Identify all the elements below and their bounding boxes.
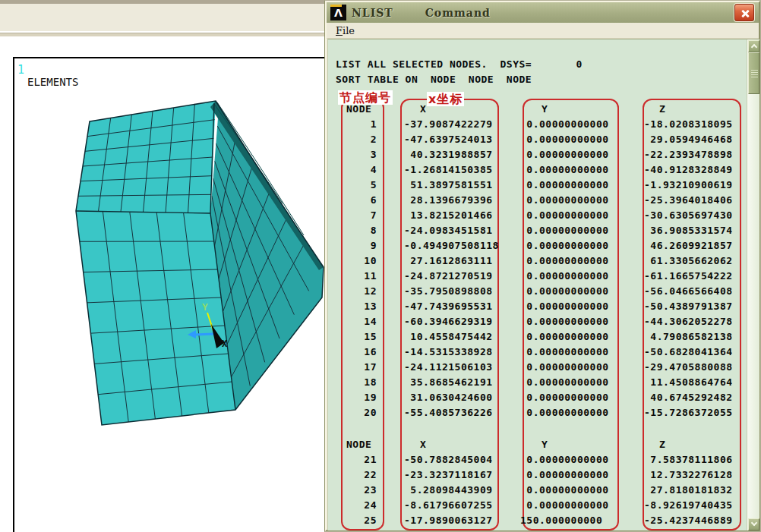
cell-y: 0.00000000000: [520, 361, 609, 373]
cell-z: 36.9085331574: [644, 225, 733, 236]
cell-node: 1: [346, 118, 377, 130]
cell-y: 0.00000000000: [520, 270, 609, 282]
cell-node: 9: [346, 240, 377, 251]
cell-z: 46.2609921857: [644, 240, 733, 251]
table-row: 9 -0.494907508118 0.00000000000 46.26099…: [328, 240, 747, 255]
scroll-up-button[interactable]: [748, 40, 759, 52]
table-header-row: NODE X Y Z: [328, 439, 747, 454]
table-row: 24 -8.61796607255 0.00000000000 -8.92619…: [328, 499, 747, 515]
listing-content: LIST ALL SELECTED NODES. DSYS= 0 SORT TA…: [327, 39, 759, 530]
logo-glyph: Λ: [334, 8, 343, 18]
graphics-viewport[interactable]: Y X 1 ELEMENTS: [0, 0, 324, 532]
cell-x: 40.3231988857: [404, 149, 493, 160]
cell-node: 8: [346, 225, 377, 236]
header-node: NODE: [346, 439, 371, 450]
cell-x: -14.5315338928: [404, 346, 493, 357]
table-row: 21 -50.7882845004 0.00000000000 7.583781…: [328, 454, 747, 469]
menu-file-accel: F: [336, 25, 343, 36]
cell-node: 3: [346, 149, 377, 160]
menu-file-rest: ile: [343, 25, 355, 36]
cell-node: 17: [346, 361, 377, 373]
cell-z: -50.6828041364: [644, 346, 733, 357]
cell-node: 13: [346, 301, 377, 312]
listing-header-line2: SORT TABLE ON NODE NODE NODE: [336, 74, 532, 85]
close-button[interactable]: [734, 4, 754, 21]
cell-y: 0.00000000000: [520, 331, 609, 342]
table-row: 18 35.8685462191 0.00000000000 11.450886…: [328, 376, 747, 392]
cell-z: -30.6305697430: [644, 209, 733, 221]
table-row: 15 10.4558475442 0.00000000000 4.7908658…: [328, 331, 747, 346]
cell-y: 0.00000000000: [520, 179, 609, 190]
plot-window-number: 1: [17, 63, 24, 77]
chevron-up-icon: [751, 44, 757, 50]
cell-y: 0.00000000000: [520, 149, 609, 160]
cell-node: 5: [346, 179, 377, 190]
cell-x: 31.0630424600: [404, 392, 493, 403]
screen: Y X 1 ELEMENTS Λ NLIST Command File LIST…: [0, 0, 761, 532]
cell-z: -8.92619740435: [644, 499, 733, 511]
listing-header-line1: LIST ALL SELECTED NODES. DSYS= 0: [336, 58, 583, 70]
cell-node: 11: [346, 270, 377, 282]
cell-y: 0.00000000000: [520, 376, 609, 388]
table-row: 8 -24.0983451581 0.00000000000 36.908533…: [328, 225, 747, 240]
cell-x: 51.3897581551: [404, 179, 493, 190]
cell-z: -29.4705880088: [644, 361, 733, 373]
cell-z: 4.79086582138: [644, 331, 733, 342]
scrollbar-thumb[interactable]: [748, 52, 759, 94]
thumb-grip-icon: [751, 70, 758, 77]
cell-z: -61.1665754222: [644, 270, 733, 282]
cell-node: 16: [346, 346, 377, 357]
cell-z: 40.6745292482: [644, 392, 733, 403]
cell-y: 0.00000000000: [520, 118, 609, 130]
cell-x: 5.28098443909: [404, 484, 493, 496]
cell-node: 10: [346, 255, 377, 266]
titlebar[interactable]: Λ NLIST Command: [327, 2, 759, 23]
cell-node: 23: [346, 484, 377, 496]
table-row: 25 -17.9890063127 150.000000000 -25.4237…: [328, 515, 747, 530]
cell-node: 14: [346, 316, 377, 327]
cell-x: -47.7439695531: [404, 301, 493, 312]
cell-z: -25.4237446889: [644, 515, 733, 526]
window-title-doc: Command: [425, 7, 491, 19]
x-axis-label: X: [222, 338, 228, 349]
scroll-down-button[interactable]: [748, 518, 759, 530]
cell-x: -24.0983451581: [404, 225, 493, 236]
cell-z: -18.0208318095: [644, 118, 733, 130]
cell-x: 28.1396679396: [404, 194, 493, 206]
cell-node: 22: [346, 469, 377, 480]
table-row: 13 -47.7439695531 0.00000000000 -50.4389…: [328, 301, 747, 316]
cell-x: -50.7882845004: [404, 454, 493, 465]
table-row: 5 51.3897581551 0.00000000000 -1.9321090…: [328, 179, 747, 194]
header-node: NODE: [346, 103, 371, 115]
nlist-command-window: Λ NLIST Command File LIST ALL SELECTED N…: [324, 0, 761, 532]
cell-x: -47.6397524013: [404, 134, 493, 145]
cell-x: -55.4085736226: [404, 407, 493, 418]
cell-y: 0.00000000000: [520, 134, 609, 145]
table-row: 14 -60.3946629319 0.00000000000 -44.3062…: [328, 316, 747, 331]
cell-y: 0.00000000000: [520, 164, 609, 175]
header-z: Z: [659, 439, 665, 450]
table-row: 3 40.3231988857 0.00000000000 -22.239347…: [328, 149, 747, 164]
cell-y: 0.00000000000: [520, 454, 609, 465]
menu-file[interactable]: File: [333, 24, 358, 37]
table-row: 16 -14.5315338928 0.00000000000 -50.6828…: [328, 346, 747, 361]
cell-x: -8.61796607255: [404, 499, 493, 511]
cell-node: 18: [346, 376, 377, 388]
table-row: 19 31.0630424600 0.00000000000 40.674529…: [328, 392, 747, 407]
table-row: 7 13.8215201466 0.00000000000 -30.630569…: [328, 209, 747, 225]
vertical-scrollbar[interactable]: [747, 39, 759, 530]
annotation-x-coordinate: x坐标: [427, 92, 464, 106]
cell-z: 12.7332276128: [644, 469, 733, 480]
cell-y: 0.00000000000: [520, 316, 609, 327]
cell-x: 13.8215201466: [404, 209, 493, 221]
cell-y: 0.00000000000: [520, 240, 609, 251]
cell-z: 29.0594946468: [644, 134, 733, 145]
table-row: 4 -1.26814150385 0.00000000000 -40.91283…: [328, 164, 747, 179]
cell-y: 150.000000000: [520, 515, 602, 526]
cell-x: 27.1612863111: [404, 255, 493, 266]
cell-x: 10.4558475442: [404, 331, 493, 342]
cell-y: 0.00000000000: [520, 407, 609, 418]
cell-node: 4: [346, 164, 377, 175]
cell-node: 25: [346, 515, 377, 526]
cell-y: 0.00000000000: [520, 194, 609, 206]
